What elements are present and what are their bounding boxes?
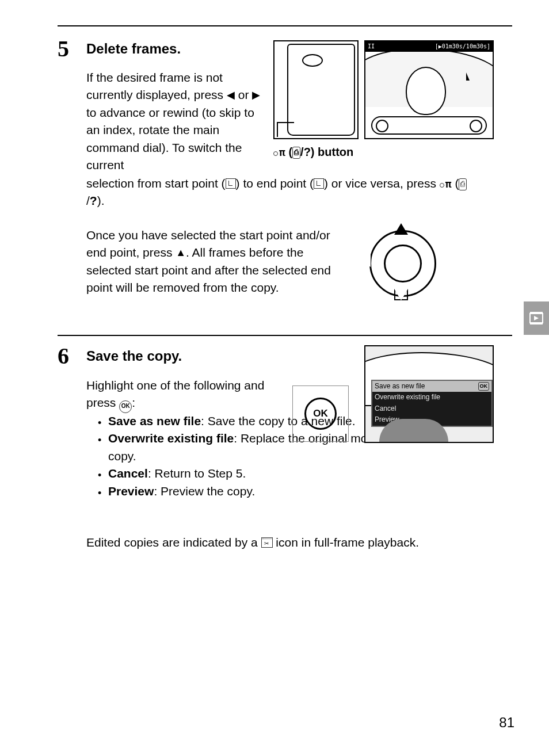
left-triangle-icon: ◀ <box>227 87 235 102</box>
lcd-bar-right: [▶01m30s/10m30s] <box>435 43 490 51</box>
text: ) or vice versa, press <box>324 177 440 190</box>
ok-label: OK <box>313 407 328 421</box>
end-point-icon <box>314 178 324 189</box>
step-number-5: 5 <box>58 32 69 66</box>
text: ) to end point ( <box>236 177 314 190</box>
edited-movie-icon <box>261 537 273 548</box>
question-icon: ? <box>304 146 311 158</box>
menu-ok-badge: OK <box>478 382 490 391</box>
svg-marker-3 <box>534 316 539 320</box>
figure-caption: π (⎙/?) button <box>273 144 353 161</box>
menu-option: Overwrite existing file <box>372 392 491 403</box>
list-item: Preview: Preview the copy. <box>98 483 483 500</box>
mid-rule <box>58 335 512 336</box>
step-5-paragraph-1a: If the desired frame is not currently di… <box>86 69 265 174</box>
ok-button-icon: OK <box>119 400 132 413</box>
key-icon: π <box>273 146 285 158</box>
lcd-bar-left: II <box>368 43 375 51</box>
text: ) button <box>311 146 353 158</box>
key-icon: π <box>440 177 452 190</box>
list-item: Cancel: Return to Step 5. <box>98 465 483 482</box>
up-triangle-icon: ▲ <box>176 245 186 260</box>
step-5-heading: Delete frames. <box>86 39 181 59</box>
text: Highlight one of the following and press <box>86 379 264 409</box>
start-point-icon <box>226 178 236 189</box>
multi-selector-illustration <box>358 224 456 299</box>
option-text: : Preview the copy. <box>154 484 255 498</box>
camera-illustration <box>273 40 359 139</box>
step-6-paragraph-1: Highlight one of the following and press… <box>86 377 265 412</box>
option-label: Overwrite existing file <box>108 432 234 445</box>
text: : <box>132 396 135 409</box>
page-number: 81 <box>499 713 514 733</box>
text: ). <box>97 194 105 207</box>
section-tab-movie-icon <box>524 301 549 335</box>
step-6-paragraph-2: Edited copies are indicated by a icon in… <box>86 534 489 551</box>
help-format-icon: ⎙ <box>292 147 300 159</box>
option-text: : Return to Step 5. <box>148 467 246 480</box>
text: selection from start point ( <box>86 177 226 190</box>
step-number-6: 6 <box>58 339 69 373</box>
text: If the desired frame is not currently di… <box>86 71 227 101</box>
text: or <box>235 88 252 101</box>
top-rule <box>58 25 512 26</box>
ok-button-illustration: OK <box>292 385 349 442</box>
text: to advance or rewind (to skip to an inde… <box>86 106 254 171</box>
option-label: Cancel <box>108 467 148 480</box>
question-icon: ? <box>90 194 97 207</box>
text: Edited copies are indicated by a <box>86 536 261 549</box>
save-menu-illustration: Save as new fileOK Overwrite existing fi… <box>364 345 494 443</box>
menu-selected: Save as new file <box>375 381 425 391</box>
step-5-paragraph-2: Once you have selected the start point a… <box>86 227 340 297</box>
step-5-paragraph-1b: selection from start point () to end poi… <box>86 175 478 210</box>
right-triangle-icon: ▶ <box>252 87 260 102</box>
help-format-icon: ⎙ <box>459 178 467 190</box>
manual-page: 5 Delete frames. If the desired frame is… <box>0 0 549 756</box>
menu-option: Cancel <box>372 403 491 414</box>
step-6-heading: Save the copy. <box>86 346 182 366</box>
svg-rect-1 <box>530 312 543 314</box>
option-label: Save as new file <box>108 414 201 427</box>
lcd-preview-illustration: II [▶01m30s/10m30s] <box>364 40 494 139</box>
option-label: Preview <box>108 484 154 498</box>
text: ( <box>452 177 459 190</box>
text: ( <box>285 146 292 158</box>
svg-rect-2 <box>530 323 543 324</box>
text: icon in full-frame playback. <box>273 536 419 549</box>
